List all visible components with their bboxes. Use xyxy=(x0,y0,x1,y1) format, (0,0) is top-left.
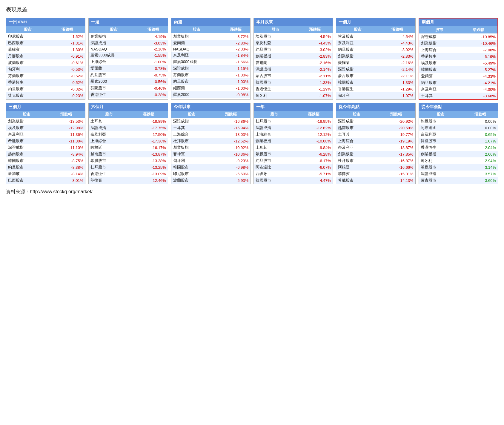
cell-r3-c1: -0.91% xyxy=(49,53,85,59)
cell-r3-c0: 丹麥股市 xyxy=(6,53,49,59)
table-row: 創業板指2.60% xyxy=(419,151,498,157)
table-row: 愛爾蘭-0.78% xyxy=(89,65,168,72)
table-row: 創業板指-10.08% xyxy=(254,138,333,144)
table-row: 上海綜合-7.08% xyxy=(419,47,497,53)
section-header-six-month: 六個月 xyxy=(89,103,168,111)
cell-r0-c1: 0.00% xyxy=(463,118,498,125)
table-row: 希臘股市-6.28% xyxy=(254,151,333,157)
cell-r7-c0: 韓國股市 xyxy=(336,79,379,86)
table-row: 阿根廷-16.66% xyxy=(336,164,415,171)
table-one-day: 股市漲跌幅印尼股市-1.52%巴西股市-1.31%菲律賓-1.30%丹麥股市-0… xyxy=(6,26,85,99)
table-row: 約旦股市-6.17% xyxy=(254,157,333,164)
cell-r7-c0: 阿布達比 xyxy=(254,164,294,171)
cell-r1-c1: -20.59% xyxy=(377,125,415,131)
table-row: 約旦股市-4.21% xyxy=(419,79,497,86)
cell-r6-c0: 蒙古股市 xyxy=(254,73,297,79)
table-row: 深證成指-2.14% xyxy=(254,66,333,73)
cell-r5-c0: 越南股市 xyxy=(6,151,47,157)
table-row: 巴西股市-8.01% xyxy=(6,177,85,184)
cell-r0-c0: 埃及股市 xyxy=(254,33,297,40)
cell-r1-c1: -3.03% xyxy=(139,40,168,46)
table-row: 深證成指3.57% xyxy=(419,171,498,177)
section-two-month: 兩個月股市漲跌幅深證成指-10.85%創業板指-10.46%上海綜合-7.08%… xyxy=(419,18,498,100)
cell-r6-c1: -2.11% xyxy=(379,73,415,79)
section-header-one-week: 一週 xyxy=(89,18,168,26)
cell-r0-c0: 埃及股市 xyxy=(336,33,379,40)
cell-r2-c0: 約旦股市 xyxy=(254,46,297,53)
table-row: 阿布達比-6.07% xyxy=(254,164,333,171)
cell-r1-c0: 埃及股市 xyxy=(6,125,47,131)
cell-r7-c0: 韓國股市 xyxy=(171,164,212,171)
section-date-one-day: 07/31 xyxy=(18,20,27,24)
cell-r3-c0: 羅素3000成長 xyxy=(89,52,139,59)
cell-r6-c1: -4.33% xyxy=(460,73,497,79)
cell-r0-c1: -18.95% xyxy=(294,118,333,125)
cell-r3-c1: -10.08% xyxy=(294,138,333,144)
section-header-one-day: 一日07/31 xyxy=(6,18,85,26)
cell-r3-c0: 奈及利亞 xyxy=(171,52,222,59)
cell-r8-c1: -1.29% xyxy=(297,86,333,92)
cell-r9-c0: 蒙古股市 xyxy=(419,177,463,184)
table-row: 匈牙利2.94% xyxy=(419,157,498,164)
cell-r4-c0: 創業板指 xyxy=(171,144,212,151)
col-header-0: 股市 xyxy=(6,26,49,33)
table-row: 匈牙利-9.23% xyxy=(171,157,250,164)
table-row: 約旦股市-1.00% xyxy=(171,78,250,85)
table-row: 愛爾蘭-2.80% xyxy=(171,40,250,46)
cell-r1-c0: 深證成指 xyxy=(89,125,129,131)
cell-r4-c1: -9.84% xyxy=(294,144,333,151)
cell-r3-c1: -6.19% xyxy=(460,53,497,60)
cell-r4-c1: -2.16% xyxy=(297,59,333,66)
col-header-1: 漲跌幅 xyxy=(129,111,168,118)
cell-r4-c1: -1.56% xyxy=(222,59,250,65)
cell-r2-c0: NASDAQ xyxy=(171,46,222,52)
cell-r1-c1: -1.31% xyxy=(49,40,85,46)
cell-r1-c1: -17.75% xyxy=(129,125,168,131)
cell-r9-c1: -14.13% xyxy=(377,177,415,184)
col-header-0: 股市 xyxy=(6,111,47,118)
cell-r7-c1: -8.38% xyxy=(47,164,85,171)
section-one-month: 一個月股市漲跌幅埃及股市-4.54%奈及利亞-4.43%約旦股市-3.02%創業… xyxy=(336,18,415,100)
section-header-three-month: 三個月 xyxy=(6,103,85,111)
section-two-week: 兩週股市漲跌幅創業板指-3.72%愛爾蘭-2.80%NASDAQ-2.33%奈及… xyxy=(171,18,251,100)
cell-r9-c1: -0.28% xyxy=(139,91,168,98)
cell-r8-c0: 芬蘭股市 xyxy=(89,85,139,91)
table-row: 埃及股市-4.54% xyxy=(336,33,415,40)
cell-r0-c0: 印尼股市 xyxy=(6,33,49,40)
section-header-from-high: 從今年高點 xyxy=(336,103,415,111)
page-title: 表現最差 xyxy=(6,6,498,13)
cell-r8-c1: 3.57% xyxy=(463,171,498,177)
cell-r5-c0: 越南股市 xyxy=(89,151,129,157)
data-source: 資料來源：http://www.stockq.org/market/ xyxy=(6,189,498,195)
table-row: 希臘股市3.14% xyxy=(419,164,498,171)
table-row: 菲律賓-12.46% xyxy=(89,177,168,184)
cell-r5-c1: -13.87% xyxy=(129,151,168,157)
col-header-1: 漲跌幅 xyxy=(460,26,497,33)
cell-r8-c1: -5.71% xyxy=(294,171,333,177)
cell-r9-c0: 巴西股市 xyxy=(6,177,47,184)
table-row: 奈及利亞0.65% xyxy=(419,131,498,138)
cell-r9-c0: 菲律賓 xyxy=(89,177,129,184)
cell-r1-c0: 奈及利亞 xyxy=(336,40,379,46)
cell-r3-c1: -1.55% xyxy=(139,52,168,59)
cell-r6-c1: -13.38% xyxy=(129,157,168,164)
cell-r0-c0: 杜拜股市 xyxy=(254,118,294,125)
cell-r8-c1: -0.46% xyxy=(139,85,168,91)
cell-r5-c1: -0.78% xyxy=(139,65,168,72)
cell-r5-c1: -17.85% xyxy=(377,151,415,157)
table-row: 愛爾蘭-2.16% xyxy=(254,59,333,66)
table-row: 希臘股市-13.38% xyxy=(89,157,168,164)
table-row: 埃及股市-4.54% xyxy=(254,33,333,40)
cell-r5-c0: 菲律賓 xyxy=(171,151,212,157)
table-row: 創業板指-2.83% xyxy=(254,53,333,59)
table-row: 芬蘭股市-1.00% xyxy=(171,72,250,78)
table-row: 約旦股市-8.38% xyxy=(6,164,85,171)
cell-r3-c0: 創業板指 xyxy=(336,53,379,59)
cell-r6-c1: -9.23% xyxy=(212,157,250,164)
cell-r8-c0: 約旦股市 xyxy=(6,86,49,92)
table-row: 深證成指-17.75% xyxy=(89,125,168,131)
cell-r8-c0: 印尼股市 xyxy=(171,171,212,177)
table-row: 創業板指-10.92% xyxy=(171,144,250,151)
table-row: 約旦股市0.00% xyxy=(419,118,498,125)
cell-r9-c1: -12.46% xyxy=(129,177,168,184)
